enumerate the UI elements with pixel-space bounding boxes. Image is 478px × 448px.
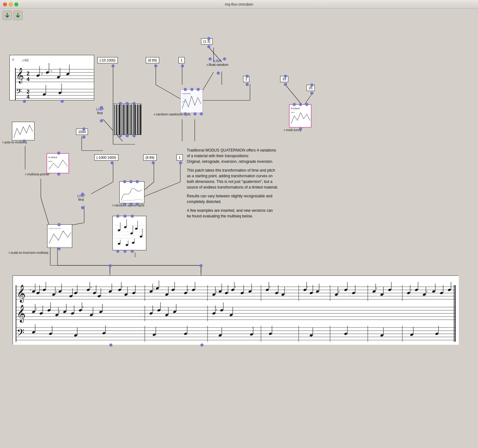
main-canvas: ♩=60 ✕ 𝄞 2 4 ♯ ♭ <box>0 22 478 448</box>
toolbar-btn-2[interactable] <box>13 11 23 20</box>
port-spline2-out3[interactable] <box>131 250 134 253</box>
port-spline2-out1[interactable] <box>116 250 119 253</box>
port-spline2-in1[interactable] <box>116 215 119 218</box>
port-barcode-out2[interactable] <box>126 134 129 137</box>
node-minus10-1000[interactable]: (-10 1000) <box>97 57 118 63</box>
svg-text:↑: ↑ <box>410 288 412 291</box>
svg-line-16 <box>286 85 301 104</box>
port-spline2-in3[interactable] <box>131 215 134 218</box>
title-bar: mq-flux-omruben <box>0 0 478 9</box>
port-rspline-in1[interactable] <box>123 180 126 183</box>
node-1-c[interactable]: 1 <box>177 154 183 161</box>
node-8-89-1[interactable]: (8 89) <box>146 57 159 63</box>
close-button[interactable] <box>3 3 7 6</box>
port-8-89-1-out[interactable] <box>154 64 157 67</box>
svg-text:♯: ♯ <box>216 290 217 293</box>
minimize-button[interactable] <box>9 3 13 6</box>
port-sawtooth-out1[interactable] <box>184 112 187 115</box>
port-lisp1-in[interactable] <box>100 106 103 109</box>
svg-rect-81 <box>123 104 124 135</box>
port-rmidi-in1[interactable] <box>293 103 296 106</box>
node-1-a[interactable]: 1 <box>178 57 185 63</box>
lisp-first-score-box[interactable] <box>113 104 141 135</box>
port-rscale-in[interactable] <box>57 223 61 226</box>
port-sawtooth-out2[interactable] <box>193 112 197 115</box>
port-rpoly-out[interactable] <box>23 140 26 143</box>
port-lisp2-out[interactable] <box>81 206 84 209</box>
svg-text:♯: ♯ <box>338 290 339 293</box>
port-m1000-out[interactable] <box>111 161 114 164</box>
port-33-out[interactable] <box>284 83 287 86</box>
port-rmultiseq-in[interactable] <box>57 152 60 155</box>
port-sawtooth-in3[interactable] <box>197 88 200 91</box>
node-1000[interactable]: 1000 <box>76 129 88 135</box>
port-1-3-in[interactable] <box>207 37 210 40</box>
node-minus1000-1000[interactable]: (-1000 1000) <box>94 154 118 161</box>
port-rmidi-in2[interactable] <box>299 103 302 106</box>
port-rfloat-out[interactable] <box>217 72 220 75</box>
port-sawtooth-out3[interactable] <box>200 112 203 115</box>
svg-text:♯: ♯ <box>153 287 155 290</box>
svg-rect-79 <box>121 104 121 135</box>
port-rmultiseq-out[interactable] <box>57 173 60 176</box>
port-rspline-in3[interactable] <box>136 180 139 183</box>
port-sawtooth-in2[interactable] <box>190 88 193 91</box>
node-1-3[interactable]: (1 3) <box>201 38 213 45</box>
r-multiseq-box[interactable]: A attack point <box>46 153 69 173</box>
port-rspline-out2[interactable] <box>129 203 133 206</box>
port-score-out-1[interactable] <box>23 100 26 103</box>
bottom-score-box[interactable]: 𝄞 𝄞 𝄢 ♯ ♯ <box>13 275 459 344</box>
port-score-out-2[interactable] <box>61 100 64 103</box>
port-lisp2-in[interactable] <box>81 193 84 196</box>
port-barcode-out3[interactable] <box>133 134 136 137</box>
port-bottom-in1[interactable] <box>109 264 112 267</box>
r-midi-tune-box[interactable]: A attack tune <box>289 104 312 128</box>
port-spline2-out2[interactable] <box>123 250 127 253</box>
port-rmidi-in3[interactable] <box>305 103 308 106</box>
port-1a-out[interactable] <box>181 64 184 67</box>
main-score-box[interactable]: ♩=60 ✕ 𝄞 2 4 ♯ ♭ <box>9 55 94 100</box>
r-random-sawtooth-box[interactable]: r-sawtooth ~~~ sketch <box>180 89 203 113</box>
port-33-in[interactable] <box>284 75 287 78</box>
port-rspline-out1[interactable] <box>123 203 126 206</box>
svg-text:point: point <box>48 160 52 162</box>
port-1b-bot[interactable] <box>246 83 249 86</box>
port-rfloat-in1[interactable] <box>209 57 212 61</box>
port-bscore-out1[interactable] <box>109 344 112 347</box>
port-rmidi-out[interactable] <box>299 127 302 131</box>
r-poly-box[interactable] <box>12 122 35 141</box>
port-1-3-out[interactable] <box>207 45 210 48</box>
maximize-button[interactable] <box>14 3 18 6</box>
port-bottom-in2[interactable] <box>199 264 203 267</box>
svg-rect-89 <box>133 104 134 135</box>
port-rfloat-in2[interactable] <box>223 57 226 61</box>
r-spline-box[interactable] <box>119 181 144 203</box>
port-barcode-in1[interactable] <box>119 102 122 105</box>
svg-rect-80 <box>122 104 122 135</box>
toolbar-btn-1[interactable] <box>3 11 12 20</box>
port-10-1000-out[interactable] <box>111 64 115 67</box>
port-rscale-out[interactable] <box>57 247 61 250</box>
port-1c-out[interactable] <box>179 161 182 164</box>
port-barcode-out1[interactable] <box>119 134 122 137</box>
svg-point-55 <box>66 72 70 76</box>
port-25-in[interactable] <box>310 83 313 87</box>
port-spline2-in2[interactable] <box>123 215 127 218</box>
r-spline-score2[interactable] <box>112 216 146 250</box>
window-controls <box>3 3 18 6</box>
port-8-89-2-out[interactable] <box>152 161 155 164</box>
port-rspline-in2[interactable] <box>129 180 133 183</box>
port-lisp1-out[interactable] <box>100 119 103 122</box>
port-barcode-in2[interactable] <box>126 102 129 105</box>
port-1b-out[interactable] <box>246 75 249 78</box>
node-8-89-2[interactable]: (8 89) <box>143 154 157 161</box>
port-25-out[interactable] <box>310 92 313 95</box>
r-scale-box[interactable]: scale inversion <box>47 224 72 248</box>
port-sawtooth-in1[interactable] <box>184 88 187 91</box>
port-rspline-out3[interactable] <box>136 203 139 206</box>
port-bscore-out2[interactable] <box>200 344 204 347</box>
svg-point-49 <box>46 71 49 74</box>
port-barcode-in3[interactable] <box>133 102 136 105</box>
port-1000-out[interactable] <box>82 136 85 139</box>
port-1000-in[interactable] <box>82 127 85 131</box>
